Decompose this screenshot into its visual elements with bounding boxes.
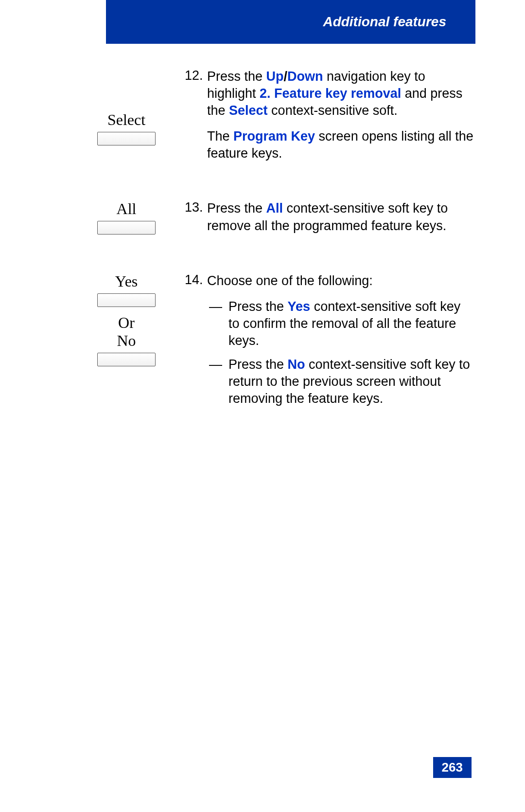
step-14-row: Yes Or No 14. Choose one of the followin… [78, 272, 474, 424]
dash-icon: — [207, 356, 228, 407]
step-13-item: 13. Press the All context-sensitive soft… [185, 200, 474, 243]
step-14-key-column: Yes Or No [78, 272, 175, 424]
program-key-keyword: Program Key [233, 129, 315, 144]
step-14-option-2: — Press the No context-sensitive soft ke… [207, 356, 474, 407]
step-14-option-2-text: Press the No context-sensitive soft key … [228, 356, 474, 407]
step-12-number: 12. [185, 68, 207, 171]
all-keyword: All [266, 201, 283, 216]
step-13-number: 13. [185, 200, 207, 243]
step-12-text-column: 12. Press the Up/Down navigation key to … [175, 68, 474, 180]
step-14-option-1-text: Press the Yes context-sensitive soft key… [228, 298, 474, 349]
header-title: Additional features [323, 14, 446, 30]
step-13-para-1: Press the All context-sensitive soft key… [207, 200, 474, 234]
step-12-key-column: Select [78, 68, 175, 180]
all-key-button[interactable] [97, 221, 156, 235]
select-keyword: Select [229, 103, 268, 118]
feature-key-removal-keyword: 2. Feature key removal [260, 86, 401, 101]
step-12-para-1: Press the Up/Down navigation key to high… [207, 68, 474, 119]
step-13-text-column: 13. Press the All context-sensitive soft… [175, 200, 474, 253]
step-12-para-2: The Program Key screen opens listing all… [207, 128, 474, 162]
step-12-row: Select 12. Press the Up/Down navigation … [78, 68, 474, 180]
step-14-option-1: — Press the Yes context-sensitive soft k… [207, 298, 474, 349]
no-key-label: No [117, 332, 136, 350]
down-keyword: Down [287, 69, 323, 84]
yes-key-button[interactable] [97, 293, 156, 307]
no-keyword: No [288, 357, 305, 372]
yes-key-label: Yes [115, 272, 138, 290]
step-12-text: Press the Up/Down navigation key to high… [207, 68, 474, 171]
step-13-key-column: All [78, 200, 175, 253]
dash-icon: — [207, 298, 228, 349]
up-keyword: Up [266, 69, 284, 84]
step-14-intro: Choose one of the following: [207, 272, 474, 289]
step-14-item: 14. Choose one of the following: — Press… [185, 272, 474, 415]
select-key-label: Select [107, 111, 145, 129]
step-13-text: Press the All context-sensitive soft key… [207, 200, 474, 243]
all-key-label: All [117, 200, 137, 218]
step-13-row: All 13. Press the All context-sensitive … [78, 200, 474, 253]
select-key-button[interactable] [97, 132, 156, 145]
step-14-text: Choose one of the following: — Press the… [207, 272, 474, 415]
content-area: Select 12. Press the Up/Down navigation … [78, 68, 474, 443]
no-key-button[interactable] [97, 353, 156, 366]
step-14-number: 14. [185, 272, 207, 415]
yes-keyword: Yes [288, 299, 311, 314]
step-14-text-column: 14. Choose one of the following: — Press… [175, 272, 474, 424]
header-bar: Additional features [106, 0, 475, 44]
or-label: Or [118, 314, 135, 332]
page-number: 263 [433, 757, 472, 778]
step-12-item: 12. Press the Up/Down navigation key to … [185, 68, 474, 171]
